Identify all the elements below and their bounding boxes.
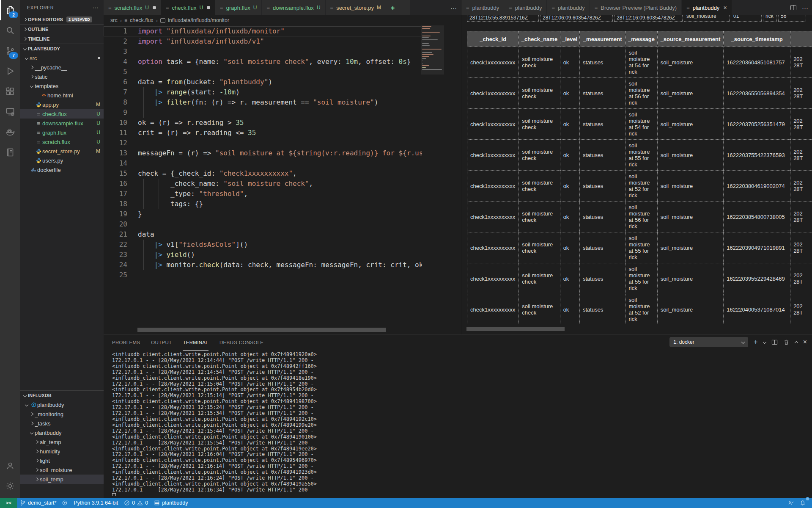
activitybar-docker[interactable] xyxy=(0,122,20,142)
activitybar-settings[interactable] xyxy=(0,476,20,496)
close-panel-icon[interactable]: × xyxy=(803,339,807,345)
table-row[interactable]: check1xxxxxxxxxxsoil moisture checkoksta… xyxy=(467,140,812,171)
tree-item-soil_moisture[interactable]: soil_moisture xyxy=(20,465,104,475)
table-row[interactable]: check1xxxxxxxxxxsoil moisture checkoksta… xyxy=(467,202,812,232)
tree-item-light[interactable]: light xyxy=(20,456,104,465)
panel-tab-debug-console[interactable]: DEBUG CONSOLE xyxy=(219,335,263,350)
activitybar-source-control[interactable]: 7 xyxy=(0,41,20,61)
tab-check.flux[interactable]: ≡check.fluxU xyxy=(161,0,215,15)
tab-downsample.flux[interactable]: ≡downsample.fluxU xyxy=(262,0,325,15)
code-line[interactable]: 6data = from(bucket: "plantbuddy") xyxy=(104,77,422,87)
code-line[interactable]: 3 xyxy=(104,47,422,57)
tree-item-scratch.flux[interactable]: ≡scratch.fluxU xyxy=(20,137,104,146)
tab-plantbuddy[interactable]: ≡plantbuddy xyxy=(504,0,547,15)
code-line[interactable]: 2import "influxdata/influxdb/v1" xyxy=(104,36,422,47)
tree-item-app.py[interactable]: app.pyM xyxy=(20,100,104,109)
code-line[interactable]: 20 xyxy=(104,219,422,229)
tree-item-__pycache__[interactable]: __pycache__ xyxy=(20,63,104,72)
more-actions-icon[interactable]: ··· xyxy=(802,4,808,11)
code-line[interactable]: 17 _type: "threshold", xyxy=(104,189,422,199)
code-line[interactable]: 22 |> v1["fieldsAsCols"]() xyxy=(104,240,422,250)
feedback-item[interactable] xyxy=(785,498,797,508)
tab-BrowserPreviewPlantBuddy[interactable]: ≡Browser Preview (Plant Buddy) xyxy=(590,0,682,15)
code-line[interactable]: 7 |> range(start: -10m) xyxy=(104,87,422,97)
table-row[interactable]: check1xxxxxxxxxxsoil moisture checkoksta… xyxy=(467,171,812,202)
tree-item-graph.flux[interactable]: ≡graph.fluxU xyxy=(20,128,104,137)
column-header[interactable]: _source_measurement xyxy=(657,31,724,47)
breadcrumb-item[interactable]: src xyxy=(110,17,118,23)
code-line[interactable]: 8 |> filter(fn: (r) => r._measurement ==… xyxy=(104,97,422,108)
table-hscrollbar[interactable] xyxy=(466,327,565,331)
activitybar-accounts[interactable] xyxy=(0,456,20,476)
activitybar-influxdb[interactable] xyxy=(0,142,20,163)
panel-tab-output[interactable]: OUTPUT xyxy=(151,335,172,350)
section-outline[interactable]: OUTLINE xyxy=(20,24,104,34)
activitybar-remote-explorer[interactable] xyxy=(0,102,20,122)
code-line[interactable]: 25 xyxy=(104,270,422,280)
tree-item-plantbuddy[interactable]: plantbuddy xyxy=(20,428,104,437)
table-row[interactable]: check1xxxxxxxxxxsoil moisture checkoksta… xyxy=(467,263,812,294)
tree-item-home.html[interactable]: <>home.html xyxy=(20,91,104,100)
tab-secret_store.py[interactable]: ≡secret_store.pyM xyxy=(326,0,386,15)
column-header[interactable] xyxy=(790,31,812,47)
tab-partial[interactable]: ◈ xyxy=(386,0,410,15)
minimap[interactable] xyxy=(422,26,443,153)
tab-graph.flux[interactable]: ≡graph.fluxU xyxy=(215,0,262,15)
editor-hscrollbar[interactable] xyxy=(137,328,386,332)
code-line[interactable]: 10ok = (r) => r.reading > 35 xyxy=(104,118,422,128)
tree-item-dockerfile[interactable]: dockerfile xyxy=(20,165,104,174)
code-line[interactable]: 21data xyxy=(104,229,422,240)
code-line[interactable]: 19} xyxy=(104,209,422,219)
tree-item-secret_store.py[interactable]: secret_store.pyM xyxy=(20,146,104,156)
tab-scratch.flux[interactable]: ≡scratch.fluxU xyxy=(104,0,161,15)
section-open-editors[interactable]: OPEN EDITORS 2 UNSAVED xyxy=(20,15,104,24)
code-line[interactable]: 13messageFn = (r) => "soil moisture at $… xyxy=(104,148,422,158)
tree-item-downsample.flux[interactable]: ≡downsample.fluxU xyxy=(20,119,104,128)
tab-plantbuddy[interactable]: ≡plantbuddy× xyxy=(682,0,732,15)
tree-item-static[interactable]: static xyxy=(20,72,104,81)
column-header[interactable]: _measurement xyxy=(579,31,625,47)
code-line[interactable]: 12 xyxy=(104,138,422,148)
tree-item-_tasks[interactable]: _tasks xyxy=(20,419,104,428)
chevron-down-icon[interactable] xyxy=(763,340,766,344)
table-row[interactable]: check1xxxxxxxxxxsoil moisture checkoksta… xyxy=(467,109,812,140)
close-icon[interactable]: × xyxy=(723,4,727,11)
notifications-item[interactable] xyxy=(797,498,809,508)
breadcrumb-item[interactable]: check.flux xyxy=(130,17,154,23)
remote-indicator[interactable]: >< xyxy=(0,498,17,508)
code-line[interactable]: 23 |> yield() xyxy=(104,250,422,260)
tab-plantbuddy[interactable]: ≡plantbuddy xyxy=(547,0,590,15)
terminal-output[interactable]: <influxdb_client.client.write.point.Poin… xyxy=(112,352,808,496)
column-header[interactable]: _check_id xyxy=(467,31,519,47)
activitybar-extensions[interactable] xyxy=(0,81,20,102)
split-terminal-icon[interactable] xyxy=(771,339,778,345)
column-header[interactable]: _source_timestamp xyxy=(724,31,790,47)
tree-item-air_temp[interactable]: air_temp xyxy=(20,437,104,447)
tree-item-humidity[interactable]: humidity xyxy=(20,447,104,456)
code-line[interactable]: 9 xyxy=(104,108,422,118)
column-header[interactable]: _message xyxy=(625,31,657,47)
terminal-select[interactable]: 1: docker xyxy=(669,337,748,347)
panel-tab-terminal[interactable]: TERMINAL xyxy=(183,335,208,351)
code-editor[interactable]: 1import "influxdata/influxdb/monitor"2im… xyxy=(104,26,422,282)
code-line[interactable]: 24 |> monitor.check(data: check, message… xyxy=(104,260,422,270)
activitybar-run-and-debug[interactable] xyxy=(0,61,20,81)
column-header[interactable]: _level xyxy=(560,31,579,47)
kill-terminal-icon[interactable] xyxy=(783,339,790,345)
maximize-panel-icon[interactable] xyxy=(794,341,798,345)
code-line[interactable]: 1import "influxdata/influxdb/monitor" xyxy=(104,26,422,36)
code-line[interactable]: 14 xyxy=(104,158,422,168)
git-branch-item[interactable]: demo_start* xyxy=(17,498,71,508)
code-line[interactable]: 4option task = {name: "soil moisture che… xyxy=(104,57,422,67)
breadcrumb[interactable]: src›≡check.flux›influxdata/influxdb/moni… xyxy=(104,15,461,25)
problems-item[interactable]: 0 0 xyxy=(121,498,151,508)
panel-tab-problems[interactable]: PROBLEMS xyxy=(112,335,140,350)
tree-item-soil_temp[interactable]: soil_temp xyxy=(20,475,104,484)
section-influxdb[interactable]: INFLUXDB xyxy=(20,391,104,400)
activitybar-explorer[interactable]: 2 xyxy=(0,0,20,20)
section-timeline[interactable]: TIMELINE xyxy=(20,34,104,44)
tree-item-users.py[interactable]: users.py xyxy=(20,156,104,165)
influxdb-server-item[interactable]: plantbuddy xyxy=(151,498,191,508)
breadcrumb-item[interactable]: influxdata/influxdb/monitor xyxy=(168,17,229,23)
code-line[interactable]: 5 xyxy=(104,67,422,77)
